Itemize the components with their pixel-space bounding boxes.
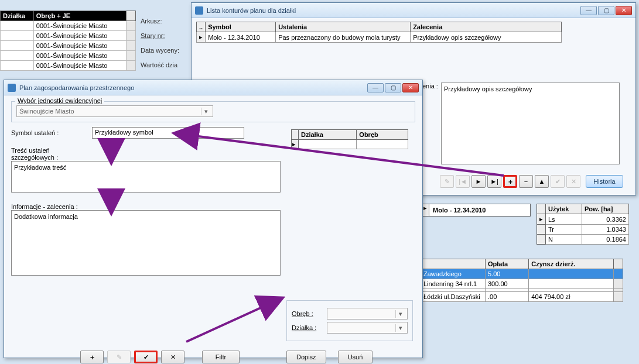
table-row[interactable]: 0001-Świnoujście Miasto [33, 61, 126, 71]
nav-edit-button[interactable]: ✎ [440, 175, 454, 188]
background-labels: Arkusz: Stary nr: Data wyceny: Wartość d… [141, 14, 179, 73]
kontury-table: .. Symbol Ustalenia Zalecenia ▸ Molo - 1… [196, 22, 562, 43]
nav-confirm-button[interactable]: ✔ [551, 175, 565, 188]
table-row[interactable]: Tr1.0343 [537, 225, 629, 235]
uzytek-table: Użytek Pow. [ha] ▸Ls0.3362 Tr1.0343 N0.1… [537, 204, 629, 245]
dzialka-obreb-table: Działka Obręb ▸ [291, 129, 408, 149]
col-ustalenia: Ustalenia [276, 22, 411, 32]
scrollbar-icon[interactable] [127, 11, 136, 21]
cell-ustalenia: Pas przeznaczony do budowy mola turysty [276, 32, 411, 43]
table-row[interactable]: ▸ [292, 140, 408, 149]
group-obreb-dzialka: Obręb : ▾ Działka : ▾ [286, 300, 413, 341]
oplata-table: Opłata Czynsz dzierż. Zawadzkiego5.00 Li… [421, 259, 623, 302]
cancel-button[interactable]: ✕ [161, 351, 184, 363]
app-icon [195, 6, 203, 15]
label-stary-nr: Stary nr: [141, 32, 165, 39]
group-legend: Wybór jednostki ewidencyjnej [15, 97, 104, 104]
app-icon [8, 84, 16, 92]
group-jednostka: Wybór jednostki ewidencyjnej Świnoujście… [11, 101, 415, 122]
nav-add-button[interactable]: ＋ [503, 175, 517, 188]
label-info: Informacje - zalecenia : [11, 203, 87, 210]
scrollbar-icon[interactable] [614, 259, 623, 269]
nav-first-button[interactable]: |◄ [456, 175, 470, 188]
col-pow: Pow. [ha] [582, 204, 628, 214]
window-plan-zagospodarowania: Plan zagospodarowania przestrzennego — ▢… [4, 80, 423, 358]
col-uzytek: Użytek [546, 204, 582, 214]
cell-zalecenia: Przykładowy opis szczegółowy [411, 32, 562, 43]
chevron-down-icon: ▾ [201, 108, 210, 115]
confirm-button[interactable]: ✔ [134, 351, 158, 363]
col-obreb-je: Obręb + JE [33, 11, 126, 21]
add-button[interactable]: ＋ [80, 351, 104, 363]
table-row[interactable]: Zawadzkiego5.00 [421, 269, 623, 279]
table-row[interactable]: Łódzki ul.Daszyński.00404 794.00 zł [421, 292, 623, 302]
chevron-down-icon: ▾ [395, 324, 405, 332]
label-wartosc: Wartość dzia [141, 58, 179, 73]
minimize-button[interactable]: — [367, 83, 384, 92]
opis-label: enia : [422, 83, 438, 90]
col-obreb: Obręb [357, 130, 408, 140]
label-obreb: Obręb : [292, 310, 322, 317]
col-marker: .. [197, 22, 206, 32]
table-row[interactable]: 0001-Świnoujście Miasto [33, 51, 126, 61]
table-row[interactable]: 0001-Świnoujście Miasto [33, 21, 126, 31]
info-textarea[interactable]: Dodatkowa informacja [11, 210, 281, 276]
maximize-button[interactable]: ▢ [385, 83, 401, 92]
dzialka-combo[interactable]: ▾ [327, 322, 408, 334]
label-tresc: Treść ustaleń szczegółowych : [11, 147, 87, 161]
cell-symbol: Molo - 12.34.2010 [206, 32, 276, 43]
nav-remove-button[interactable]: − [519, 175, 533, 188]
col-oplata: Opłata [486, 259, 529, 269]
label-symbol: Symbol ustaleń : [11, 129, 87, 136]
col-dzialka: Działka [1, 11, 34, 21]
nav-next-button[interactable]: ► [471, 175, 486, 188]
table-row[interactable]: ▸Ls0.3362 [537, 214, 629, 225]
close-button[interactable]: ✕ [402, 83, 419, 92]
row-marker-icon: ▸ [197, 32, 206, 43]
col-symbol: Symbol [206, 22, 276, 32]
dopisz-button[interactable]: Dopisz [286, 351, 326, 363]
table-row[interactable]: 0001-Świnoujście Miasto [33, 41, 126, 51]
table-row[interactable]: ▸ Molo - 12.34.2010 Pas przeznaczony do … [197, 32, 562, 43]
edit-button[interactable]: ✎ [107, 351, 131, 363]
selected-kontur-row[interactable]: ▸ Molo - 12.34.2010 [421, 204, 531, 217]
selected-kontur-value: Molo - 12.34.2010 [429, 205, 490, 215]
nav-last-button[interactable]: ►| [487, 175, 501, 188]
jednostka-combo[interactable]: Świnoujście Miasto ▾ [16, 105, 213, 117]
nav-up-button[interactable]: ▲ [535, 175, 549, 188]
minimize-button[interactable]: — [580, 6, 597, 15]
obreb-combo[interactable]: ▾ [327, 308, 408, 320]
opis-textarea[interactable]: Przykładowy opis szczegółowy [441, 83, 620, 164]
background-parcel-table: Działka Obręb + JE 0001-Świnoujście Mias… [0, 11, 136, 71]
filtr-button[interactable]: Filtr [202, 351, 240, 363]
table-row[interactable]: Lindenring 34 nrl.1300.00 [421, 279, 623, 289]
col-czynsz: Czynsz dzierż. [529, 259, 614, 269]
record-toolbar: ＋ ✎ ✔ ✕ Filtr [80, 351, 240, 363]
window-title: Lista konturów planu dla działki [207, 7, 580, 14]
col-zalecenia: Zalecenia [411, 22, 562, 32]
table-row[interactable]: N0.1864 [537, 235, 629, 245]
table-row[interactable]: 0001-Świnoujście Miasto [33, 31, 126, 41]
label-dzialka: Działka : [292, 324, 322, 331]
col-dzialka: Działka [299, 130, 357, 140]
usun-button[interactable]: Usuń [338, 351, 373, 363]
chevron-down-icon: ▾ [395, 310, 405, 318]
maximize-button[interactable]: ▢ [598, 6, 614, 15]
symbol-input[interactable]: Przykładowy symbol [92, 127, 244, 139]
nav-cancel-button[interactable]: ✕ [566, 175, 580, 188]
window-title: Plan zagospodarowania przestrzennego [19, 84, 367, 91]
close-button[interactable]: ✕ [616, 6, 632, 15]
historia-button[interactable]: Historia [586, 175, 623, 188]
tresc-textarea[interactable]: Przykładowa treść [11, 161, 281, 193]
label-arkusz: Arkusz: [141, 14, 179, 29]
navigator-toolbar: ✎ |◄ ► ►| ＋ − ▲ ✔ ✕ Historia [440, 175, 623, 188]
label-data-wyceny: Data wyceny: [141, 43, 179, 58]
